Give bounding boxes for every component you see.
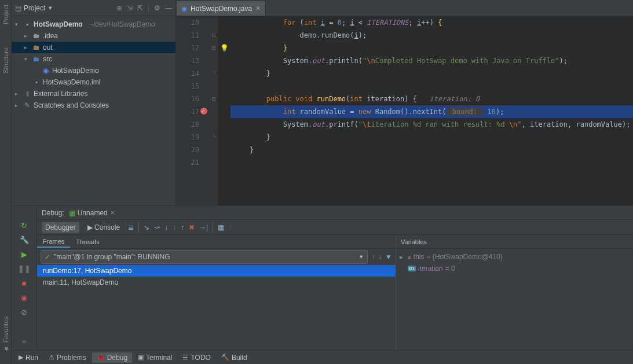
build-tool-button[interactable]: 🔨Build (217, 352, 252, 363)
hammer-icon: 🔨 (221, 354, 229, 361)
code-lines[interactable]: for (int i = 0; i < ITERATIONS; i++) { d… (230, 16, 633, 205)
library-icon: ⫴ (23, 90, 31, 98)
problems-tool-button[interactable]: ⚠Problems (44, 352, 91, 363)
step-out-icon[interactable]: ↑ (181, 223, 184, 231)
run-tool-button[interactable]: ▶Run (14, 352, 43, 363)
check-icon: ✓ (45, 253, 50, 261)
hint-strip: 💡 (218, 16, 230, 205)
debug-toolbar: Debugger ▶ Console ≣ ↘ ⤻ ↓ ↓ ↑ ✖ →| ▦ ⫶ (37, 220, 633, 235)
filter-icon[interactable]: ▼ (385, 253, 392, 261)
editor-pane: ◉ HotSwapDemo.java ✕ 10 11 12 13 14 15 1… (176, 0, 633, 205)
project-tree: ▾ ▪ HotSwapDemo ~/dev/HotSwapDemo ▸ 🖿 .i… (12, 16, 175, 205)
source-folder-icon: 🖿 (32, 55, 41, 63)
variable-row-this[interactable]: ▸ ≡ this = {HotSwapDemo@410} (400, 251, 630, 263)
tree-external-libraries[interactable]: ▸ ⫴ External Libraries (12, 88, 175, 100)
project-tool-window: ▤ Project ▼ ⊕ ⇲ ⇱ | ⚙ — ▾ ▪ HotSwapDemo … (12, 0, 176, 205)
evaluate-icon[interactable]: ▦ (218, 223, 224, 231)
force-step-into-icon[interactable]: ↓ (173, 223, 176, 231)
locate-icon[interactable]: ⊕ (116, 4, 122, 12)
drop-frame-icon[interactable]: ✖ (189, 223, 195, 231)
debug-label: Debug: (42, 209, 64, 217)
folder-icon: 🖿 (32, 43, 41, 52)
variables-pane: Variables ▸ ≡ this = {HotSwapDemo@410} 0… (396, 235, 633, 350)
tree-iml-file[interactable]: ▪ HotSwapDemo.iml (12, 76, 175, 88)
debug-tool-button[interactable]: 🐞Debug (92, 352, 132, 363)
module-icon: ▪ (23, 20, 31, 28)
debug-action-rail: ↻ 🔧 ▶ ❚❚ ■ ◉ ⊘ » (12, 206, 37, 350)
rail-project-tab[interactable]: Project (2, 5, 9, 24)
chevron-down-icon: ▼ (358, 254, 364, 260)
resume-icon[interactable]: ▶ (21, 250, 27, 259)
frames-list: runDemo:17, HotSwapDemo main:11, HotSwap… (37, 265, 396, 350)
debug-tool-window: ↻ 🔧 ▶ ❚❚ ■ ◉ ⊘ » Debug: ▦ Unnamed ✕ Debu… (12, 205, 633, 350)
expand-all-icon[interactable]: ⇲ (127, 4, 133, 12)
breakpoint-icon[interactable] (200, 108, 207, 115)
terminal-tool-button[interactable]: ▣Terminal (133, 352, 177, 363)
line-gutter[interactable]: 10 11 12 13 14 15 16 17 18 19 20 21 (176, 16, 210, 205)
step-over-icon[interactable]: ⤻ (154, 223, 160, 231)
stop-icon[interactable]: ■ (22, 279, 27, 288)
chevron-down-icon: ▼ (47, 5, 53, 11)
trace-icon[interactable]: ⫶ (229, 223, 232, 231)
console-icon: ▶ (87, 223, 93, 231)
application-icon: ▦ (69, 209, 75, 217)
project-header: ▤ Project ▼ ⊕ ⇲ ⇱ | ⚙ — (12, 0, 175, 16)
run-config-selector[interactable]: ▦ Unnamed ✕ (69, 209, 115, 217)
close-icon[interactable]: ✕ (255, 5, 261, 12)
step-into-icon[interactable]: ↓ (164, 223, 168, 231)
close-icon[interactable]: ✕ (110, 209, 115, 216)
class-icon: ◉ (181, 5, 187, 13)
scratch-icon: ✎ (23, 101, 31, 109)
frame-row[interactable]: runDemo:17, HotSwapDemo (37, 265, 396, 277)
threads-icon[interactable]: ≣ (128, 223, 134, 231)
tree-class-file[interactable]: ◉ HotSwapDemo (12, 65, 175, 76)
folder-icon: 🖿 (32, 32, 41, 40)
play-icon: ▶ (19, 354, 23, 361)
run-to-cursor-icon[interactable]: →| (199, 223, 208, 231)
lightbulb-icon[interactable]: 💡 (218, 42, 230, 54)
pause-icon[interactable]: ❚❚ (18, 264, 31, 273)
rail-favorites-tab[interactable]: ★Favorites (2, 317, 9, 352)
frame-row[interactable]: main:11, HotSwapDemo (37, 277, 396, 288)
frames-pane: Frames Threads ✓ "main"@1 in group "main… (37, 235, 396, 350)
editor-tabs: ◉ HotSwapDemo.java ✕ (176, 0, 633, 16)
view-breakpoints-icon[interactable]: ◉ (21, 293, 27, 302)
threads-tab[interactable]: Threads (70, 237, 105, 247)
tree-src-folder[interactable]: ▾ 🖿 src (12, 53, 175, 65)
inline-hint: iteration: 0 (430, 95, 480, 103)
module-icon: ▪ (32, 78, 41, 86)
mute-breakpoints-icon[interactable]: ⊘ (21, 308, 27, 317)
more-icon[interactable]: » (22, 337, 26, 345)
modify-run-config-icon[interactable]: 🔧 (20, 236, 29, 244)
todo-tool-button[interactable]: ☰TODO (178, 352, 215, 363)
object-icon: ≡ (408, 254, 411, 260)
tree-idea-folder[interactable]: ▸ 🖿 .idea (12, 30, 175, 42)
hide-icon[interactable]: — (165, 4, 172, 12)
variable-row-iteration[interactable]: 01 iteration = 0 (400, 263, 630, 274)
class-icon: ◉ (42, 67, 50, 75)
editor-tab-hotswapdemo[interactable]: ◉ HotSwapDemo.java ✕ (176, 1, 266, 16)
show-exec-point-icon[interactable]: ↘ (144, 223, 149, 231)
thread-selector[interactable]: ✓ "main"@1 in group "main": RUNNING ▼ (41, 250, 368, 264)
bug-icon: 🐞 (97, 354, 105, 361)
tree-scratches[interactable]: ▸ ✎ Scratches and Consoles (12, 100, 175, 111)
left-tool-rail: Project Structure ★Favorites (0, 0, 12, 364)
rail-structure-tab[interactable]: Structure (2, 47, 9, 73)
prev-frame-icon[interactable]: ↑ (371, 253, 375, 261)
frames-tab[interactable]: Frames (37, 236, 70, 248)
code-editor[interactable]: 10 11 12 13 14 15 16 17 18 19 20 21 ⊟⊟└⊟… (176, 16, 633, 205)
tree-out-folder[interactable]: ▸ 🖿 out (12, 42, 175, 53)
rerun-icon[interactable]: ↻ (21, 221, 27, 230)
fold-strip[interactable]: ⊟⊟└⊟└ (210, 16, 218, 205)
debug-header: Debug: ▦ Unnamed ✕ (37, 206, 633, 220)
primitive-icon: 01 (408, 266, 416, 271)
console-tab[interactable]: ▶ Console (84, 222, 123, 233)
debugger-tab[interactable]: Debugger (42, 222, 79, 233)
collapse-all-icon[interactable]: ⇱ (137, 4, 143, 12)
next-frame-icon[interactable]: ↓ (378, 253, 382, 261)
project-view-selector[interactable]: ▤ Project ▼ (15, 4, 53, 12)
terminal-icon: ▣ (138, 354, 144, 361)
gear-icon[interactable]: ⚙ (154, 4, 160, 12)
tree-root[interactable]: ▾ ▪ HotSwapDemo ~/dev/HotSwapDemo (12, 19, 175, 30)
list-icon: ☰ (182, 354, 188, 361)
